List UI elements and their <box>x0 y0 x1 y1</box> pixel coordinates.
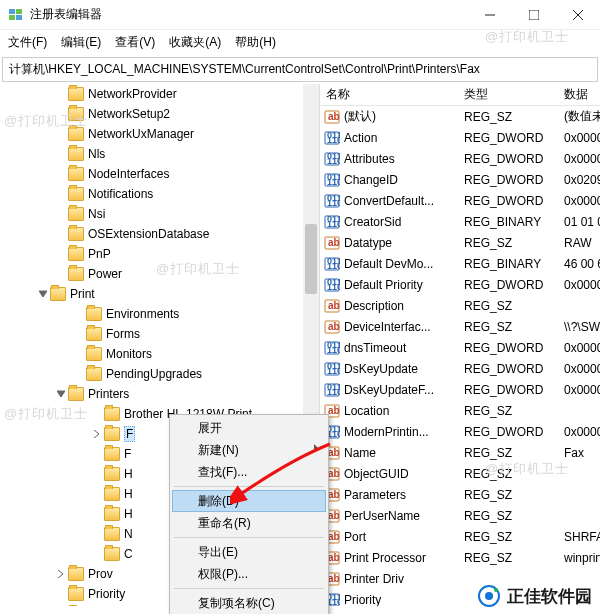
value-row[interactable]: abPrint ProcessorREG_SZwinprin <box>320 547 600 568</box>
menu-edit[interactable]: 编辑(E) <box>61 34 101 51</box>
value-row[interactable]: abDeviceInterfac...REG_SZ\\?\SWI <box>320 316 600 337</box>
value-row[interactable]: 011110ChangeIDREG_DWORD0x0209 <box>320 169 600 190</box>
svg-text:110: 110 <box>327 282 340 292</box>
ctx-rename[interactable]: 重命名(R) <box>172 512 326 534</box>
close-button[interactable] <box>556 0 600 30</box>
svg-rect-1 <box>16 9 22 14</box>
value-name: (默认) <box>344 108 464 125</box>
value-row[interactable]: 011110ActionREG_DWORD0x0000 <box>320 127 600 148</box>
folder-icon <box>68 267 84 281</box>
ctx-export[interactable]: 导出(E) <box>172 541 326 563</box>
value-name: dnsTimeout <box>344 341 464 355</box>
col-data[interactable]: 数据 <box>564 86 600 103</box>
value-row[interactable]: abNameREG_SZFax <box>320 442 600 463</box>
tree-item[interactable]: Nls <box>0 144 319 164</box>
value-data: 0x0000 <box>564 152 600 166</box>
value-type: REG_DWORD <box>464 152 564 166</box>
maximize-button[interactable] <box>512 0 556 30</box>
value-row[interactable]: abDescriptionREG_SZ <box>320 295 600 316</box>
tree-item[interactable]: NetworkSetup2 <box>0 104 319 124</box>
value-type: REG_SZ <box>464 320 564 334</box>
menu-file[interactable]: 文件(F) <box>8 34 47 51</box>
svg-text:ab: ab <box>328 552 340 563</box>
value-row[interactable]: abParametersREG_SZ <box>320 484 600 505</box>
tree-item[interactable]: PnP <box>0 244 319 264</box>
tree-item-label: Printers <box>88 387 129 401</box>
chevron-down-icon[interactable] <box>36 290 50 298</box>
value-row[interactable]: abObjectGUIDREG_SZ <box>320 463 600 484</box>
col-type[interactable]: 类型 <box>464 86 564 103</box>
menu-help[interactable]: 帮助(H) <box>235 34 276 51</box>
value-row[interactable]: abPortREG_SZSHRFAX <box>320 526 600 547</box>
value-row[interactable]: 011110DsKeyUpdateREG_DWORD0x0000 <box>320 358 600 379</box>
tree-item-label: F <box>124 447 131 461</box>
svg-text:ab: ab <box>328 405 340 416</box>
value-data: 0x0000 <box>564 341 600 355</box>
tree-item[interactable]: NetworkUxManager <box>0 124 319 144</box>
tree-item[interactable]: OSExtensionDatabase <box>0 224 319 244</box>
value-row[interactable]: 011110dnsTimeoutREG_DWORD0x0000 <box>320 337 600 358</box>
ctx-delete[interactable]: 删除(D) <box>172 490 326 512</box>
value-data: 46 00 6 <box>564 257 600 271</box>
ctx-permissions[interactable]: 权限(P)... <box>172 563 326 585</box>
ctx-find[interactable]: 查找(F)... <box>172 461 326 483</box>
chevron-down-icon[interactable] <box>54 390 68 398</box>
tree-item[interactable]: Environments <box>0 304 319 324</box>
tree-item-label: F <box>124 426 135 442</box>
value-data: 0x0000 <box>564 278 600 292</box>
tree-item[interactable]: Print <box>0 284 319 304</box>
tree-item-label: H <box>124 507 133 521</box>
tree-item[interactable]: Power <box>0 264 319 284</box>
folder-icon <box>104 547 120 561</box>
ctx-expand[interactable]: 展开 <box>172 417 326 439</box>
value-name: DsKeyUpdate <box>344 362 464 376</box>
folder-icon <box>68 227 84 241</box>
col-name[interactable]: 名称 <box>326 86 464 103</box>
value-data: 0x0000 <box>564 194 600 208</box>
chevron-right-icon[interactable] <box>90 430 104 438</box>
tree-item-label: NetworkSetup2 <box>88 107 170 121</box>
tree-item-label: Print <box>70 287 95 301</box>
app-icon <box>8 7 24 23</box>
tree-item[interactable]: Monitors <box>0 344 319 364</box>
value-row[interactable]: 011110Default DevMo...REG_BINARY46 00 6 <box>320 253 600 274</box>
value-type: REG_SZ <box>464 467 564 481</box>
tree-item[interactable]: NodeInterfaces <box>0 164 319 184</box>
tree-item[interactable]: PendingUpgrades <box>0 364 319 384</box>
value-row[interactable]: ab(默认)REG_SZ(数值未 <box>320 106 600 127</box>
value-row[interactable]: abDatatypeREG_SZRAW <box>320 232 600 253</box>
value-data: 0x0000 <box>564 425 600 439</box>
tree-item[interactable]: Notifications <box>0 184 319 204</box>
ctx-new[interactable]: 新建(N) <box>172 439 326 461</box>
value-row[interactable]: 011110Default PriorityREG_DWORD0x0000 <box>320 274 600 295</box>
brand-logo-icon <box>477 584 501 608</box>
value-row[interactable]: 011110ModernPrintin...REG_DWORD0x0000 <box>320 421 600 442</box>
tree-item[interactable]: NetworkProvider <box>0 84 319 104</box>
menu-view[interactable]: 查看(V) <box>115 34 155 51</box>
value-row[interactable]: 011110AttributesREG_DWORD0x0000 <box>320 148 600 169</box>
chevron-right-icon[interactable] <box>54 570 68 578</box>
value-row[interactable]: 011110ConvertDefault...REG_DWORD0x0000 <box>320 190 600 211</box>
tree-item-label: NetworkProvider <box>88 87 177 101</box>
column-headers[interactable]: 名称 类型 数据 <box>320 84 600 106</box>
ctx-copy-key-name[interactable]: 复制项名称(C) <box>172 592 326 614</box>
minimize-button[interactable] <box>468 0 512 30</box>
tree-item[interactable]: Forms <box>0 324 319 344</box>
tree-item-label: NodeInterfaces <box>88 167 169 181</box>
value-row[interactable]: 011110CreatorSidREG_BINARY01 01 0 <box>320 211 600 232</box>
value-data: 0x0209 <box>564 173 600 187</box>
value-name: Priority <box>344 593 464 607</box>
value-row[interactable]: abPerUserNameREG_SZ <box>320 505 600 526</box>
value-row[interactable]: 011110DsKeyUpdateF...REG_DWORD0x0000 <box>320 379 600 400</box>
folder-icon <box>68 207 84 221</box>
value-type: REG_DWORD <box>464 194 564 208</box>
tree-item-label: N <box>124 527 133 541</box>
value-type: REG_DWORD <box>464 425 564 439</box>
svg-text:110: 110 <box>327 156 340 166</box>
value-type: REG_SZ <box>464 299 564 313</box>
address-bar[interactable]: 计算机\HKEY_LOCAL_MACHINE\SYSTEM\CurrentCon… <box>2 57 598 82</box>
tree-item[interactable]: Printers <box>0 384 319 404</box>
tree-item[interactable]: Nsi <box>0 204 319 224</box>
menu-favorites[interactable]: 收藏夹(A) <box>169 34 221 51</box>
value-row[interactable]: abLocationREG_SZ <box>320 400 600 421</box>
